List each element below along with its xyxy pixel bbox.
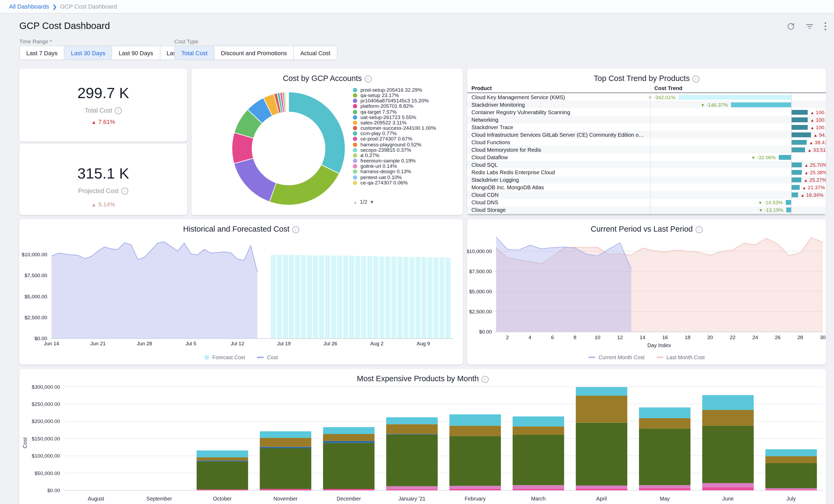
info-icon[interactable] [481, 376, 488, 383]
legend-item-ø[interactable]: ø 0.27% [353, 153, 460, 158]
stack-segment-blue-November[interactable] [260, 447, 311, 448]
stack-segment-light-pink-March[interactable] [513, 485, 564, 489]
stack-segment-cyan-February[interactable] [449, 414, 501, 426]
donut-slice-prod-setup-205416[interactable] [288, 92, 345, 174]
stack-segment-pink-November[interactable] [260, 489, 311, 490]
stack-segment-green-July[interactable] [765, 463, 817, 488]
stack-segment-pink-October[interactable] [197, 489, 248, 490]
page-up-icon[interactable]: ▲ [353, 199, 358, 204]
stack-segment-ochre-March[interactable] [513, 426, 564, 435]
donut-slice-qa-setup[interactable] [269, 165, 339, 205]
stack-segment-blue-December[interactable] [323, 441, 375, 443]
stack-segment-green-December[interactable] [323, 443, 375, 489]
axis-label: Jul 5 [185, 341, 196, 346]
legend-item-pentest-uat[interactable]: pentest-uat 0.10% [353, 175, 460, 180]
stack-segment-ochre-July[interactable] [765, 456, 817, 463]
stack-segment-ochre-June[interactable] [702, 410, 754, 426]
legend-forecast-cost[interactable]: Forecast Cost [204, 354, 245, 360]
stack-segment-ochre-October[interactable] [197, 457, 248, 461]
donut-slice-pr10406a87045145c3[interactable] [234, 158, 276, 202]
forecast-bar [325, 256, 330, 338]
axis-label: 14 [640, 334, 645, 340]
stack-segment-green-April[interactable] [576, 423, 627, 485]
refresh-icon[interactable] [787, 22, 795, 30]
stack-segment-pink-December[interactable] [323, 489, 375, 490]
stack-segment-green-June[interactable] [702, 426, 754, 483]
info-icon[interactable] [693, 75, 699, 83]
stack-segment-green-January '21[interactable] [386, 434, 438, 486]
legend-cost[interactable]: Cost [257, 354, 278, 360]
legend-item-freemium-sample[interactable]: freemium-sample 0.19% [353, 158, 460, 163]
stack-segment-green-March[interactable] [513, 435, 564, 485]
breadcrumb-all-dashboards-link[interactable]: All Dashboards [9, 3, 49, 10]
legend-item-harness-design[interactable]: harness-design 0.13% [353, 169, 460, 175]
stack-segment-cyan-March[interactable] [513, 416, 564, 426]
stack-segment-cyan-July[interactable] [765, 449, 817, 456]
stack-segment-ochre-November[interactable] [260, 438, 311, 447]
legend-item-qa-setup[interactable]: qa-setup 23.17% [353, 93, 460, 98]
legend-item-customer-success-244100[interactable]: customer-success-244100 1.00% [353, 126, 460, 131]
stack-segment-green-October[interactable] [197, 461, 248, 489]
stack-segment-light-pink-April[interactable] [576, 485, 627, 489]
time-range-option-0[interactable]: Last 7 Days [19, 46, 64, 60]
stack-segment-ochre-January '21[interactable] [386, 424, 438, 434]
legend-item-secops-239815[interactable]: secops-239815 0.37% [353, 147, 460, 153]
col-product[interactable]: Product [471, 85, 492, 91]
legend-item-pr10406a87045145c3[interactable]: pr10406a87045145c3 15.20% [353, 98, 460, 104]
stack-segment-cyan-November[interactable] [260, 431, 311, 438]
legend-item-platform-205701[interactable]: platform-205701 8.82% [353, 104, 460, 109]
stack-segment-light-pink-June[interactable] [702, 483, 754, 487]
stack-segment-cyan-June[interactable] [702, 395, 754, 410]
stack-segment-blue-October[interactable] [197, 461, 248, 462]
stack-segment-ochre-December[interactable] [323, 434, 375, 441]
info-icon[interactable] [121, 188, 128, 195]
stack-segment-light-pink-May[interactable] [639, 485, 690, 488]
stack-segment-pink-April[interactable] [576, 489, 627, 490]
stack-segment-green-November[interactable] [260, 448, 311, 489]
stack-segment-pink-July[interactable] [765, 489, 817, 490]
legend-item-uat-setup-261723[interactable]: uat-setup-261723 5.55% [353, 115, 460, 120]
cost-type-option-2[interactable]: Actual Cost [293, 46, 337, 60]
stack-segment-cyan-January '21[interactable] [386, 417, 438, 424]
legend-item-ce-qa-274307[interactable]: ce-qa-274307 0.06% [353, 180, 460, 185]
trend-value: ▼ -146.37% [701, 102, 728, 108]
stack-segment-light-pink-July[interactable] [765, 488, 817, 489]
info-icon[interactable] [365, 75, 371, 83]
cost-type-option-0[interactable]: Total Cost [174, 46, 215, 60]
legend-item-prod-setup-205416[interactable]: prod-setup-205416 32.29% [353, 87, 460, 93]
legend-item-golink-url[interactable]: golink-url 0.14% [353, 163, 460, 169]
cost-type-option-1[interactable]: Discount and Promotions [214, 46, 294, 60]
page-down-icon[interactable]: ▼ [370, 199, 374, 204]
stack-segment-pink-June[interactable] [702, 487, 754, 490]
stack-segment-cyan-December[interactable] [323, 427, 375, 434]
legend-item-ccm-play[interactable]: ccm-play 0.77% [353, 131, 460, 136]
stack-segment-ochre-February[interactable] [449, 426, 501, 436]
stack-segment-cyan-April[interactable] [576, 387, 627, 396]
stack-segment-pink-January '21[interactable] [386, 489, 438, 490]
info-icon[interactable] [115, 107, 122, 114]
legend-current-month[interactable]: Current Month Cost [588, 354, 644, 360]
stack-segment-green-May[interactable] [639, 429, 690, 485]
y-axis-title: Cost [22, 437, 28, 448]
stack-segment-light-pink-January '21[interactable] [386, 486, 438, 489]
stack-segment-ochre-April[interactable] [576, 396, 627, 422]
stack-segment-pink-February[interactable] [449, 489, 501, 490]
legend-item-qa-target[interactable]: qa-target 7.57% [353, 109, 460, 114]
stack-segment-pink-March[interactable] [513, 489, 564, 490]
stack-segment-ochre-May[interactable] [639, 418, 690, 429]
legend-item-sales-209522[interactable]: sales-209522 3.11% [353, 120, 460, 126]
stack-segment-cyan-October[interactable] [197, 451, 248, 457]
filter-icon[interactable] [806, 23, 814, 30]
stack-segment-cyan-May[interactable] [639, 408, 690, 418]
stack-segment-light-pink-February[interactable] [449, 486, 501, 489]
time-range-option-1[interactable]: Last 30 Days [64, 46, 112, 60]
legend-item-harness-playground[interactable]: harness-playground 0.52% [353, 142, 460, 147]
stack-segment-pink-May[interactable] [639, 488, 690, 490]
stack-segment-blue-January '21[interactable] [386, 434, 438, 434]
stack-segment-green-February[interactable] [449, 436, 501, 486]
legend-last-month[interactable]: Last Month Cost [656, 354, 705, 360]
col-cost-trend[interactable]: Cost Trend [654, 85, 682, 91]
time-range-option-2[interactable]: Last 90 Days [112, 46, 160, 60]
kebab-menu-icon[interactable] [824, 22, 827, 30]
legend-item-ce-prod-274307[interactable]: ce-prod-274307 0.67% [353, 136, 460, 142]
